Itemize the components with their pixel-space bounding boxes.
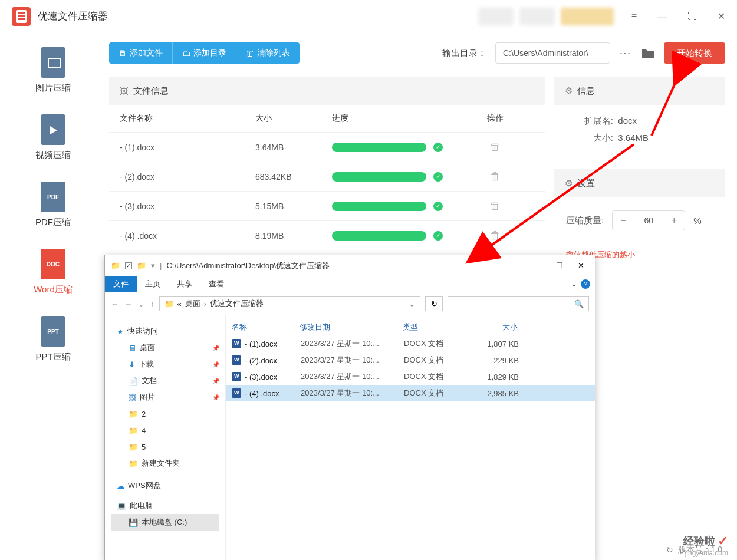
sidebar: 图片压缩 视频压缩 PDF PDF压缩 DOC Word压缩 PPT PPT压缩	[0, 32, 106, 560]
delete-icon[interactable]: 🗑	[456, 141, 535, 153]
up-icon[interactable]: ↑	[150, 299, 154, 308]
add-file-button[interactable]: 🗎添加文件	[109, 42, 172, 64]
file-row[interactable]: - (4) .docx2023/3/27 星期一 10:...DOCX 文档2,…	[226, 385, 595, 401]
drive-icon: 💾	[129, 518, 138, 527]
nav-folder-5[interactable]: 📁5	[111, 439, 219, 455]
more-icon[interactable]: ⋯	[619, 46, 632, 60]
file-list[interactable]: 名称 修改日期 类型 大小 - (1).docx2023/3/27 星期一 10…	[226, 315, 595, 560]
pin-icon: 📌	[212, 345, 219, 351]
folder-icon: 📁	[164, 299, 174, 308]
file-row[interactable]: - (1).docx2023/3/27 星期一 10:...DOCX 文档1,8…	[226, 335, 595, 352]
table-row[interactable]: - (3).docx 5.15MB ✓ 🗑	[109, 191, 545, 220]
close-icon[interactable]: ✕	[718, 11, 725, 22]
forward-icon[interactable]: →	[124, 299, 132, 308]
docx-icon	[232, 355, 241, 365]
table-row[interactable]: - (4) .docx 8.19MB ✓ 🗑	[109, 220, 545, 250]
tab-file[interactable]: 文件	[105, 276, 137, 292]
explorer-address-bar: ← → ⌄ ↑ 📁 « 桌面 › 优速文件压缩器 ⌄ ↻ 🔍	[105, 292, 595, 315]
delete-icon[interactable]: 🗑	[456, 229, 535, 242]
titlebar-user-area	[108, 8, 626, 25]
sidebar-item-word[interactable]: DOC Word压缩	[34, 249, 73, 295]
nav-folder-new[interactable]: 📁新建文件夹	[111, 455, 219, 472]
info-panel: ⚙信息 扩展名: docx 大小: 3.64MB	[554, 77, 725, 160]
nav-tree[interactable]: ★快速访问 🖥桌面📌 ⬇下载📌 📄文档📌 🖼图片📌 📁2 📁4 📁5 📁新建文件…	[105, 315, 226, 560]
table-row[interactable]: - (2).docx 683.42KB ✓ 🗑	[109, 162, 545, 191]
output-path-field[interactable]: C:\Users\Administrator\	[495, 42, 610, 64]
tab-share[interactable]: 共享	[169, 276, 200, 292]
refresh-icon[interactable]: ↻	[425, 296, 443, 311]
progress-bar	[332, 172, 426, 182]
docx-icon	[232, 372, 241, 381]
nav-folder-4[interactable]: 📁4	[111, 422, 219, 439]
star-icon: ★	[117, 327, 124, 336]
quality-stepper[interactable]: − 60 +	[612, 210, 685, 230]
nav-downloads[interactable]: ⬇下载📌	[111, 356, 219, 373]
file-panel-header: 🖼 文件信息	[109, 77, 545, 105]
start-button[interactable]: 开始转换	[664, 42, 725, 64]
explorer-minimize[interactable]: —	[530, 261, 547, 270]
folder-plus-icon: 🗀	[182, 48, 190, 58]
sidebar-item-video[interactable]: 视频压缩	[35, 114, 71, 161]
gear-icon: ⚙	[565, 85, 573, 96]
explorer-maximize[interactable]: ☐	[551, 261, 568, 270]
file-row[interactable]: - (2).docx2023/3/27 星期一 10:...DOCX 文档229…	[226, 352, 595, 368]
toolbar: 🗎添加文件 🗀添加目录 🗑清除列表 输出目录： C:\Users\Adminis…	[109, 38, 725, 68]
menu-icon[interactable]: ≡	[631, 11, 637, 22]
explorer-window[interactable]: 📁 ✓ 📁 ▾ | C:\Users\Administrator\Desktop…	[104, 255, 595, 560]
quality-value: 60	[634, 211, 663, 230]
plus-button[interactable]: +	[663, 215, 685, 227]
desktop-icon: 🖥	[129, 344, 136, 353]
search-icon: 🔍	[574, 299, 584, 308]
nav-this-pc[interactable]: 💻此电脑	[111, 498, 219, 514]
app-title: 优速文件压缩器	[38, 9, 108, 23]
pin-icon: 📌	[212, 378, 219, 384]
cloud-icon: ☁	[117, 482, 124, 490]
file-row[interactable]: - (3).docx2023/3/27 星期一 10:...DOCX 文档1,8…	[226, 368, 595, 385]
explorer-titlebar[interactable]: 📁 ✓ 📁 ▾ | C:\Users\Administrator\Desktop…	[105, 255, 595, 276]
nav-folder-2[interactable]: 📁2	[111, 406, 219, 422]
location-field[interactable]: 📁 « 桌面 › 优速文件压缩器 ⌄	[159, 296, 421, 311]
delete-icon[interactable]: 🗑	[456, 200, 535, 212]
ppt-icon: PPT	[41, 316, 65, 347]
folder-icon: 📁	[129, 426, 138, 435]
maximize-icon[interactable]: ⛶	[687, 11, 697, 22]
table-row[interactable]: - (1).docx 3.64MB ✓ 🗑	[109, 132, 545, 162]
clear-list-button[interactable]: 🗑清除列表	[236, 42, 300, 64]
check-icon: ✓	[433, 202, 443, 211]
nav-quick-access[interactable]: ★快速访问	[111, 323, 219, 340]
open-folder-icon[interactable]	[641, 47, 655, 59]
checkbox-icon[interactable]: ✓	[125, 262, 132, 269]
add-dir-button[interactable]: 🗀添加目录	[172, 42, 236, 64]
nav-c-drive[interactable]: 💾本地磁盘 (C:)	[111, 514, 219, 531]
settings-panel: ⚙设置 压缩质量: − 60 + % 数值越低压缩的越小	[554, 169, 725, 266]
sidebar-item-ppt[interactable]: PPT PPT压缩	[35, 316, 70, 363]
back-icon[interactable]: ←	[111, 299, 119, 308]
output-label: 输出目录：	[442, 48, 486, 59]
nav-wps[interactable]: ☁WPS网盘	[111, 477, 219, 494]
app-logo	[12, 7, 31, 26]
pin-icon: 📌	[212, 361, 219, 368]
progress-bar	[332, 143, 426, 152]
chevron-down-icon[interactable]: ⌄	[571, 279, 577, 288]
doc-icon: 📄	[129, 377, 138, 386]
minimize-icon[interactable]: —	[657, 11, 667, 22]
refresh-icon[interactable]: ↻	[666, 545, 673, 555]
help-icon[interactable]: ?	[581, 279, 590, 289]
nav-desktop[interactable]: 🖥桌面📌	[111, 340, 219, 356]
tab-home[interactable]: 主页	[137, 276, 169, 292]
minus-button[interactable]: −	[613, 215, 634, 227]
sidebar-item-pdf[interactable]: PDF PDF压缩	[35, 182, 71, 228]
nav-documents[interactable]: 📄文档📌	[111, 373, 219, 389]
progress-bar	[332, 202, 426, 211]
chevron-down-icon[interactable]: ⌄	[138, 299, 144, 308]
nav-pictures[interactable]: 🖼图片📌	[111, 389, 219, 406]
pin-icon: 📌	[212, 394, 219, 401]
video-icon	[41, 114, 65, 145]
explorer-close[interactable]: ✕	[573, 261, 589, 270]
search-field[interactable]: 🔍	[448, 296, 589, 311]
progress-bar	[332, 231, 426, 241]
docx-icon	[232, 339, 241, 348]
delete-icon[interactable]: 🗑	[456, 170, 535, 183]
sidebar-item-image[interactable]: 图片压缩	[35, 47, 71, 94]
tab-view[interactable]: 查看	[200, 276, 232, 292]
